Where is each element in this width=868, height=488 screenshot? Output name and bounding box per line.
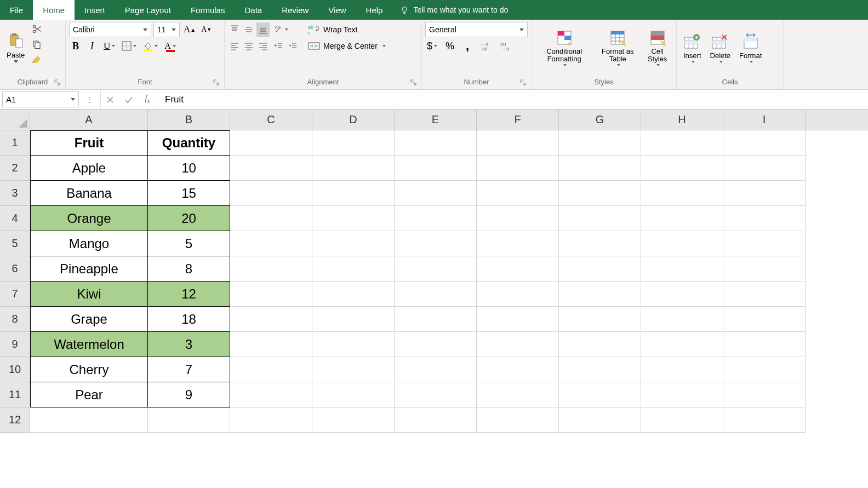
- cell-G1[interactable]: [559, 130, 641, 156]
- formula-input[interactable]: Fruit: [157, 90, 868, 109]
- accounting-format-button[interactable]: $: [425, 39, 439, 53]
- row-header-9[interactable]: 9: [0, 332, 30, 357]
- cell-A4[interactable]: Orange: [30, 206, 148, 231]
- cell-D3[interactable]: [312, 181, 395, 206]
- cell-A8[interactable]: Grape: [30, 307, 148, 332]
- column-header-D[interactable]: D: [312, 110, 395, 130]
- cell-H3[interactable]: [641, 181, 723, 206]
- cell-C6[interactable]: [230, 256, 312, 282]
- row-header-6[interactable]: 6: [0, 256, 30, 282]
- cell-E12[interactable]: [395, 407, 477, 433]
- cell-B8[interactable]: 18: [148, 307, 230, 332]
- cell-E8[interactable]: [395, 307, 477, 332]
- cancel-formula-button[interactable]: [101, 93, 119, 107]
- align-left-button[interactable]: [228, 39, 241, 53]
- align-center-button[interactable]: [242, 39, 255, 53]
- cell-C8[interactable]: [230, 307, 312, 332]
- cell-B3[interactable]: 15: [148, 181, 230, 206]
- increase-indent-button[interactable]: [286, 39, 299, 53]
- column-header-C[interactable]: C: [230, 110, 312, 130]
- tab-data[interactable]: Data: [235, 0, 272, 20]
- cell-C10[interactable]: [230, 357, 312, 382]
- cell-E10[interactable]: [395, 357, 477, 382]
- cell-E4[interactable]: [395, 206, 477, 231]
- wrap-text-button[interactable]: abc Wrap Text: [305, 22, 389, 37]
- cell-H12[interactable]: [641, 407, 723, 433]
- insert-function-button[interactable]: fx: [138, 93, 157, 107]
- cell-G2[interactable]: [559, 156, 641, 181]
- cell-H11[interactable]: [641, 382, 723, 407]
- dialog-launcher-icon[interactable]: [410, 79, 417, 86]
- cell-E11[interactable]: [395, 382, 477, 407]
- cell-A6[interactable]: Pineapple: [30, 256, 148, 282]
- cell-A2[interactable]: Apple: [30, 156, 148, 181]
- cell-B5[interactable]: 5: [148, 231, 230, 256]
- cell-B9[interactable]: 3: [148, 332, 230, 357]
- cell-B4[interactable]: 20: [148, 206, 230, 231]
- cell-I3[interactable]: [723, 181, 806, 206]
- tab-help[interactable]: Help: [356, 0, 393, 20]
- italic-button[interactable]: I: [85, 39, 99, 53]
- column-header-A[interactable]: A: [30, 110, 148, 130]
- cell-D1[interactable]: [312, 130, 395, 156]
- align-middle-button[interactable]: [242, 22, 255, 37]
- row-header-5[interactable]: 5: [0, 231, 30, 256]
- cell-D7[interactable]: [312, 282, 395, 307]
- cell-D9[interactable]: [312, 332, 395, 357]
- format-painter-button[interactable]: [30, 53, 43, 67]
- cell-B1[interactable]: Quantity: [148, 130, 230, 156]
- insert-cells-button[interactable]: Insert: [680, 22, 705, 73]
- cell-A7[interactable]: Kiwi: [30, 282, 148, 307]
- cell-E9[interactable]: [395, 332, 477, 357]
- cell-A12[interactable]: [30, 407, 148, 433]
- cell-A10[interactable]: Cherry: [30, 357, 148, 382]
- cell-F5[interactable]: [477, 231, 559, 256]
- cell-I9[interactable]: [723, 332, 806, 357]
- cell-G11[interactable]: [559, 382, 641, 407]
- tab-review[interactable]: Review: [272, 0, 318, 20]
- cell-I12[interactable]: [723, 407, 806, 433]
- align-top-button[interactable]: [228, 22, 241, 37]
- row-header-12[interactable]: 12: [0, 407, 30, 433]
- cell-D11[interactable]: [312, 382, 395, 407]
- cell-A5[interactable]: Mango: [30, 231, 148, 256]
- row-header-7[interactable]: 7: [0, 282, 30, 307]
- cell-C12[interactable]: [230, 407, 312, 433]
- cell-D4[interactable]: [312, 206, 395, 231]
- borders-button[interactable]: [120, 39, 138, 53]
- cell-E1[interactable]: [395, 130, 477, 156]
- cell-H8[interactable]: [641, 307, 723, 332]
- dialog-launcher-icon[interactable]: [213, 79, 220, 86]
- row-header-10[interactable]: 10: [0, 357, 30, 382]
- cell-F12[interactable]: [477, 407, 559, 433]
- cell-B6[interactable]: 8: [148, 256, 230, 282]
- comma-format-button[interactable]: ,: [461, 39, 474, 53]
- cell-A3[interactable]: Banana: [30, 181, 148, 206]
- decrease-decimal-button[interactable]: .00→.0: [498, 39, 513, 53]
- cell-D5[interactable]: [312, 231, 395, 256]
- grow-font-button[interactable]: A▲: [182, 22, 197, 37]
- cell-C9[interactable]: [230, 332, 312, 357]
- cell-G6[interactable]: [559, 256, 641, 282]
- cell-B12[interactable]: [148, 407, 230, 433]
- row-header-4[interactable]: 4: [0, 206, 30, 231]
- format-as-table-button[interactable]: Format as Table: [596, 22, 639, 73]
- increase-decimal-button[interactable]: ←.0.00: [478, 39, 494, 53]
- cell-G7[interactable]: [559, 282, 641, 307]
- name-box[interactable]: A1: [2, 91, 79, 107]
- cell-D8[interactable]: [312, 307, 395, 332]
- cell-E6[interactable]: [395, 256, 477, 282]
- format-cells-button[interactable]: Format: [736, 22, 765, 73]
- dialog-launcher-icon[interactable]: [54, 79, 61, 86]
- cell-H1[interactable]: [641, 130, 723, 156]
- cell-F6[interactable]: [477, 256, 559, 282]
- font-color-button[interactable]: A: [163, 39, 178, 53]
- cell-G8[interactable]: [559, 307, 641, 332]
- column-header-H[interactable]: H: [641, 110, 723, 130]
- merge-center-button[interactable]: Merge & Center: [305, 38, 389, 54]
- tab-page-layout[interactable]: Page Layout: [115, 0, 181, 20]
- select-all-corner[interactable]: [0, 110, 30, 130]
- paste-button[interactable]: Paste: [3, 22, 28, 73]
- cell-C3[interactable]: [230, 181, 312, 206]
- dialog-launcher-icon[interactable]: [520, 79, 527, 86]
